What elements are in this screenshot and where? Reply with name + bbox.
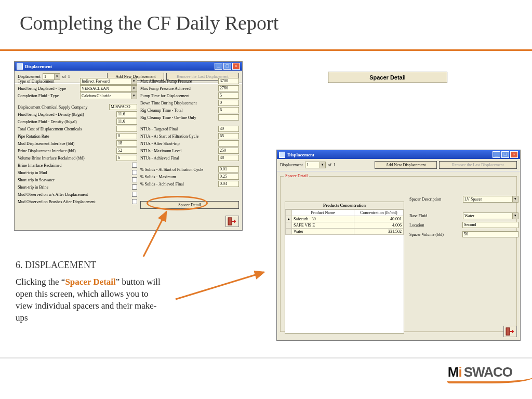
maximize-button[interactable]: □ — [501, 151, 509, 158]
minimize-button[interactable]: _ — [493, 151, 500, 158]
fluid-density-label: Fluid being Displaced - Density (lb/gal) — [18, 112, 116, 117]
solids-start-label: % Solids - At Start of Filtration Cycle — [140, 167, 218, 172]
svg-line-2 — [176, 272, 264, 299]
door-exit-icon — [228, 217, 237, 225]
ntu-max-label: NTUs - Maximum Level — [140, 149, 218, 153]
total-cost-input[interactable] — [116, 126, 137, 132]
brine-interface-input[interactable]: 52 — [116, 148, 137, 154]
mud-interface-input[interactable]: 18 — [116, 140, 137, 147]
pipe-rotation-input[interactable]: 0 — [116, 133, 137, 139]
section-body: Clicking the “Spacer Detail” button will… — [16, 276, 161, 324]
short-trip-brine-checkbox[interactable] — [132, 184, 137, 190]
fluid-density-input[interactable]: 11.6 — [116, 111, 137, 117]
pump-achieved-label: Max Pump Pressure Achieved — [140, 86, 218, 91]
footer-divider — [0, 357, 532, 358]
ntu-short-label: NTUs - After Short-trip — [140, 141, 218, 146]
pipe-rotation-label: Pipe Rotation Rate — [18, 134, 116, 139]
arrow-to-popup — [171, 268, 270, 304]
spacer-detail-window: Displacement _ □ × Displacement 1▾ of 1 … — [276, 150, 521, 341]
pump-time-input[interactable]: 5 — [218, 92, 239, 99]
title-divider — [0, 49, 532, 51]
cleanup-total-input[interactable]: 6 — [218, 107, 239, 113]
titlebar[interactable]: Displacement _ □ × — [277, 150, 520, 159]
cleanup-online-label: Rig Cleanup Time - On-line Only — [140, 115, 218, 120]
titlebar[interactable]: Displacement _ □ × — [15, 62, 242, 71]
exit-button[interactable] — [225, 216, 239, 227]
location-input[interactable]: Second — [462, 222, 518, 228]
mud-ws-checkbox[interactable] — [132, 192, 137, 197]
add-displacement-button[interactable]: Add New Displacement — [375, 161, 437, 169]
displacement-window: Displacement _ □ × Displacement 1▾ of 1 … — [14, 61, 243, 231]
total-label: 1 — [334, 163, 336, 167]
total-cost-label: Total Cost of Displacement Chemicals — [18, 127, 116, 131]
max-pump-label: Max Allowable Pump Pressure — [140, 79, 218, 84]
table-row[interactable]: ▸Safecarb - 3040.001 — [286, 216, 404, 222]
brine-interface-label: Brine Displacement Interface (bbl) — [18, 149, 116, 153]
solids-max-input[interactable]: 0.25 — [218, 174, 239, 180]
ntu-final-label: NTUs - Achieved Final — [140, 156, 218, 161]
base-fluid-select[interactable]: Water▾ — [463, 212, 518, 219]
table-row[interactable]: SAFE VIS E4.006 — [286, 222, 404, 229]
fluid-type-select[interactable]: VERSACLEAN▾ — [80, 85, 137, 92]
spacer-detail-callout-button[interactable]: Spacer Detail — [328, 72, 447, 83]
volume-interface-input[interactable]: 6 — [116, 155, 137, 161]
short-trip-seawater-label: Short-trip in Seawater — [18, 178, 132, 182]
spacer-desc-label: Spacer Description — [409, 197, 463, 202]
mud-brushes-checkbox[interactable] — [132, 199, 137, 204]
page-select[interactable]: 1▾ — [305, 162, 326, 168]
solids-start-input[interactable]: 0.01 — [218, 166, 239, 172]
base-fluid-label: Base Fluid — [409, 214, 463, 218]
spacer-detail-button[interactable]: Spacer Detail — [140, 201, 239, 209]
spacer-volume-input[interactable]: 50 — [462, 231, 518, 237]
app-icon — [17, 63, 23, 70]
type-of-displacement-select[interactable]: Indirect Forward▾ — [80, 78, 137, 85]
fluid-type-label: Fluid being Displaced - Type — [18, 86, 80, 91]
ntu-max-input[interactable]: 250 — [218, 148, 239, 154]
remove-displacement-button[interactable]: Remove the Last Displacement — [439, 161, 517, 169]
type-of-displacement-label: Type of Displacement — [18, 79, 80, 84]
ntu-final-input[interactable]: 38 — [218, 155, 239, 161]
maximize-button[interactable]: □ — [223, 63, 231, 70]
ntu-short-input[interactable] — [218, 140, 239, 147]
volume-interface-label: Volume Brine Interface Reclaimed (bbl) — [18, 156, 116, 161]
door-exit-icon — [506, 327, 515, 336]
table-row[interactable]: Water331.502 — [286, 229, 404, 235]
down-time-input[interactable]: 0 — [218, 100, 239, 106]
minimize-button[interactable]: _ — [215, 63, 222, 70]
pump-achieved-input[interactable]: 2780 — [218, 85, 239, 91]
ntu-target-input[interactable]: 30 — [218, 126, 239, 132]
short-trip-mud-checkbox[interactable] — [132, 170, 137, 175]
ntu-start-input[interactable]: 65 — [218, 133, 239, 139]
close-button[interactable]: × — [232, 63, 240, 70]
mud-interface-label: Mud Displacement Interface (bbl) — [18, 141, 116, 146]
slide-title: Completing the CF Daily Report — [20, 11, 278, 34]
completion-fluid-type-select[interactable]: Calcium Chloride▾ — [80, 92, 137, 99]
window-title: Displacement — [287, 152, 314, 157]
down-time-label: Down Time During Displacement — [140, 101, 218, 105]
solids-max-label: % Solids - Maximum — [140, 175, 218, 179]
products-grid[interactable]: Products Concentration Product Name Conc… — [285, 202, 404, 334]
close-button[interactable]: × — [510, 151, 518, 158]
col-product: Product Name — [292, 210, 354, 216]
mud-ws-label: Mud Observed on w/s After Displacement — [18, 192, 132, 197]
supplier-input[interactable]: MISWACO — [109, 104, 137, 110]
solids-final-input[interactable]: 0.04 — [218, 181, 239, 187]
brine-reclaimed-checkbox[interactable] — [132, 163, 137, 168]
swoosh-icon — [447, 376, 532, 383]
pump-time-label: Pump Time for Displacement — [140, 94, 218, 98]
section-heading: 6. DISPLACEMENT — [16, 260, 96, 271]
col-conc: Concentration (lb/bbl) — [354, 210, 404, 216]
max-pump-input[interactable]: 3700 — [218, 78, 239, 84]
svg-rect-3 — [506, 328, 510, 335]
completion-density-input[interactable]: 11.6 — [116, 118, 137, 125]
exit-button[interactable] — [503, 326, 517, 337]
solids-final-label: % Solids - Achieved Final — [140, 182, 218, 187]
cleanup-online-input[interactable] — [218, 114, 239, 121]
short-trip-seawater-checkbox[interactable] — [132, 177, 137, 182]
ntu-start-label: NTUs - At Start of Filtration Cycle — [140, 134, 218, 139]
grid-title: Products Concentration — [285, 202, 404, 209]
spacer-desc-select[interactable]: LV Spacer▾ — [463, 196, 518, 203]
window-title: Displacement — [25, 64, 52, 69]
ntu-target-label: NTUs - Targeted Final — [140, 127, 218, 131]
cleanup-total-label: Rig Cleanup Time - Total — [140, 108, 218, 113]
